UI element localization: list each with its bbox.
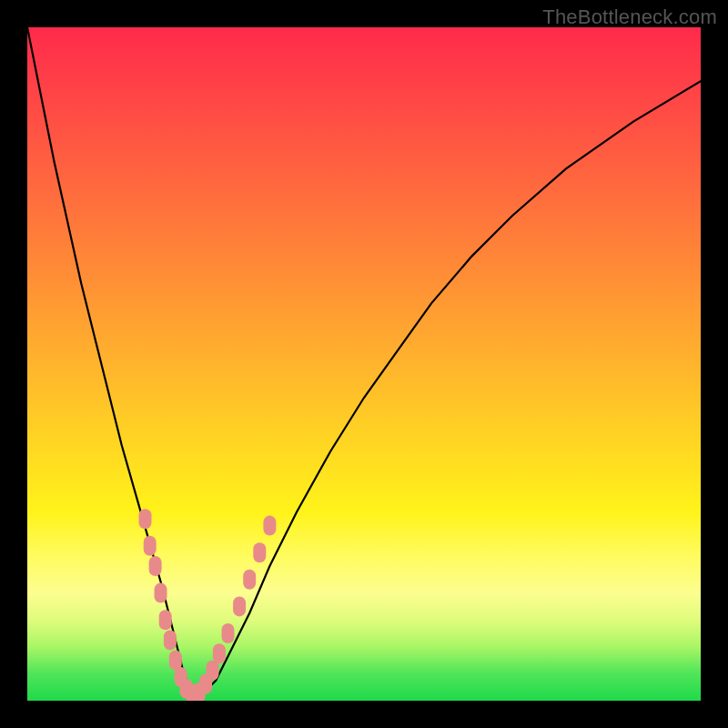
highlight-dot — [139, 509, 152, 529]
curve-layer — [27, 27, 701, 694]
highlight-dot — [155, 583, 167, 603]
highlight-dot — [233, 596, 246, 616]
watermark-text: TheBottleneck.com — [542, 5, 717, 29]
plot-area — [27, 27, 701, 701]
highlight-dot — [144, 536, 157, 556]
bottleneck-curve — [27, 27, 701, 694]
highlight-dot — [253, 542, 266, 562]
outer-frame: TheBottleneck.com — [0, 0, 728, 728]
chart-svg — [27, 27, 701, 701]
highlight-dot — [222, 623, 235, 643]
marker-layer — [139, 509, 277, 701]
highlight-dot — [213, 643, 226, 663]
highlight-dot — [207, 661, 219, 681]
highlight-dot — [149, 556, 162, 576]
highlight-dot — [263, 516, 276, 536]
highlight-dot — [243, 570, 256, 590]
highlight-dot — [159, 610, 172, 630]
highlight-dot — [164, 630, 177, 650]
